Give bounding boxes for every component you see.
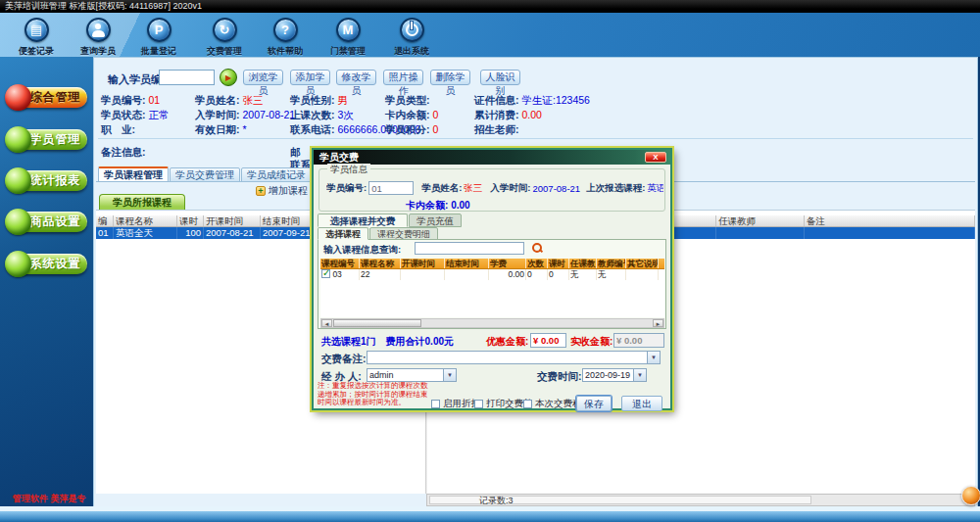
- field-student-status: 学员状态:正常: [101, 109, 170, 122]
- floating-orange-ball-icon[interactable]: [961, 486, 980, 505]
- sphere-icon: [5, 126, 31, 153]
- scroll-right-icon[interactable]: ►: [653, 319, 663, 327]
- tab-payment-management[interactable]: 学员交费管理: [170, 167, 240, 182]
- window-title: 美萍培训班管理 标准版[授权码: 44116987] 2020v1: [0, 0, 980, 13]
- field-total-consume: 累计消费:0.00: [474, 109, 542, 122]
- dialog-table-header: 课程编号 课程名称 开课时间 结束时间 学费 次数 课时 任课教师 教师编号 其…: [320, 259, 664, 269]
- actual-amount-label: 实收金额:: [570, 335, 612, 349]
- exit-button[interactable]: 退出: [621, 396, 662, 411]
- toolbar-item-door-control[interactable]: M 门禁管理: [321, 18, 374, 58]
- add-course-button[interactable]: + 增加课程: [256, 184, 308, 198]
- scroll-left-icon[interactable]: ◄: [321, 319, 332, 327]
- toolbar-item-help[interactable]: ? 软件帮助: [259, 18, 312, 58]
- batch-P-icon: P: [147, 18, 172, 42]
- scrollbar-thumb[interactable]: [333, 319, 421, 327]
- toolbar-item-notes[interactable]: ▤ 便签记录: [10, 18, 63, 58]
- course-search-label: 输入课程信息查询:: [323, 244, 401, 257]
- operator-combo[interactable]: admin ▼: [367, 368, 457, 382]
- photo-operation-button[interactable]: 照片操作: [383, 70, 423, 85]
- repeat-enroll-note: 注：重复报选按次计算的课程次数递增累加；按时间计算的课程结束时间以课程最新时间为…: [318, 382, 429, 407]
- pay-remark-label: 交费备注:: [321, 353, 367, 364]
- dialog-innertab-select-course[interactable]: 选择课程: [318, 227, 368, 240]
- field-occupation: 职 业:: [101, 123, 138, 137]
- add-course-icon: +: [256, 186, 266, 196]
- horizontal-scrollbar[interactable]: ◄ ►: [320, 318, 664, 328]
- status-bar: 记录数:3: [426, 494, 975, 506]
- field-remark: 备注信息:: [101, 146, 149, 160]
- dialog-table-row[interactable]: ✓ 03 22 0.00 0 0 无 无: [320, 269, 664, 280]
- record-count: 记录数:3: [429, 496, 811, 504]
- field-valid-date: 有效日期:*: [195, 123, 247, 137]
- sidebar-item-general-management[interactable]: 综合管理: [8, 87, 87, 108]
- dialog-title: 学员交费: [314, 150, 670, 165]
- sidebar-item-student-management[interactable]: 学员管理: [8, 129, 87, 150]
- toolbar-item-query-student[interactable]: 查询学员: [72, 18, 124, 58]
- tab-course-management[interactable]: 学员课程管理: [98, 166, 169, 182]
- sidebar-item-system-settings[interactable]: 系统设置: [8, 254, 87, 274]
- field-class-count: 上课次数:3次: [290, 109, 354, 122]
- checkbox-icon: [474, 400, 483, 408]
- delete-student-button[interactable]: 删除学员: [430, 70, 470, 85]
- pay-remark-combo[interactable]: ▼: [367, 351, 661, 364]
- door-M-icon: M: [336, 18, 361, 42]
- tab-score-records[interactable]: 学员成绩记录: [241, 167, 312, 182]
- face-recognition-button[interactable]: 人脸识别: [480, 70, 520, 85]
- field-card-balance: 卡内余额:0: [385, 109, 438, 122]
- pay-time-combo[interactable]: 2020-09-19 ▼: [582, 368, 647, 382]
- dialog-student-no-input[interactable]: [368, 181, 414, 195]
- chevron-down-icon[interactable]: ▼: [443, 369, 456, 381]
- search-icon[interactable]: [532, 243, 543, 254]
- discount-amount-label: 优惠金额:: [486, 335, 528, 349]
- save-button[interactable]: 保存: [576, 396, 612, 411]
- row-checkbox-checked[interactable]: ✓: [321, 269, 330, 278]
- sphere-icon: [5, 167, 31, 194]
- pay-time-label: 交费时间:: [537, 370, 582, 382]
- enable-discount-checkbox[interactable]: 启用折扣: [431, 398, 480, 410]
- note-icon: ▤: [24, 18, 49, 42]
- dialog-tab-recharge[interactable]: 学员充值: [409, 214, 462, 227]
- info-separator: [98, 138, 973, 139]
- dialog-enroll-time: 2007-08-21: [533, 183, 581, 194]
- help-icon: ?: [273, 18, 298, 42]
- dialog-table-empty-area: [320, 280, 664, 317]
- sidebar-item-goods-settings[interactable]: 商品设置: [8, 212, 87, 232]
- sidebar-item-statistics-report[interactable]: 统计报表: [8, 170, 87, 191]
- toolbar-item-batch-register[interactable]: P 批量登记: [132, 18, 185, 58]
- student-info-row: 学员编号: 学员姓名: 张三 入学时间: 2007-08-21 上次报选课程: …: [326, 181, 663, 195]
- dialog-card-balance: 卡内余额: 0.00: [406, 199, 470, 213]
- browse-student-button[interactable]: 浏览学员: [243, 70, 283, 85]
- student-payment-dialog: 学员交费 X 学员信息 学员编号: 学员姓名: 张三 入学时间: 2007-08…: [312, 148, 672, 410]
- refresh-icon: ↻: [213, 18, 237, 42]
- go-button[interactable]: ▶: [220, 69, 237, 86]
- dialog-last-course: 英语全天: [647, 182, 663, 195]
- group-title: 学员信息: [327, 164, 370, 176]
- field-recruit-teacher: 招生老师:: [474, 123, 522, 137]
- toolbar-item-exit[interactable]: 退出系统: [385, 18, 438, 58]
- close-icon[interactable]: X: [645, 152, 666, 163]
- checkbox-icon: [431, 400, 440, 408]
- field-points: 学员积分:0: [385, 123, 438, 137]
- chevron-down-icon[interactable]: ▼: [647, 352, 660, 363]
- modify-student-button[interactable]: 修改学员: [336, 70, 376, 85]
- student-no-search-input[interactable]: [159, 70, 215, 85]
- discount-amount-input[interactable]: [530, 333, 566, 348]
- field-student-gender: 学员性别:男: [290, 94, 348, 108]
- enrolled-courses-tab[interactable]: 学员所报课程: [99, 194, 185, 210]
- sphere-icon: [5, 84, 31, 111]
- window-bottom-border: [0, 511, 980, 522]
- go-arrow-icon: ▶: [225, 73, 231, 82]
- field-student-type: 学员类型:: [385, 94, 433, 108]
- toolbar-item-payment[interactable]: ↻ 交费管理: [198, 18, 251, 58]
- add-student-button[interactable]: 添加学员: [290, 70, 330, 85]
- chevron-down-icon[interactable]: ▼: [633, 369, 646, 381]
- course-search-input[interactable]: [415, 242, 524, 255]
- dialog-student-name: 张三: [464, 182, 482, 195]
- selected-course-summary: 共选课程1门 费用合计0.00元: [321, 335, 454, 349]
- field-certificate-info: 证件信息:学生证:123456: [474, 94, 590, 108]
- student-info-group: 学员信息 学员编号: 学员姓名: 张三 入学时间: 2007-08-21 上次报…: [318, 168, 665, 212]
- sphere-icon: [5, 209, 31, 235]
- user-icon: [86, 18, 111, 42]
- field-student-no: 学员编号:01: [101, 94, 160, 108]
- checkbox-icon: [523, 400, 532, 408]
- dialog-tab-select-course-pay[interactable]: 选择课程并交费: [318, 214, 408, 227]
